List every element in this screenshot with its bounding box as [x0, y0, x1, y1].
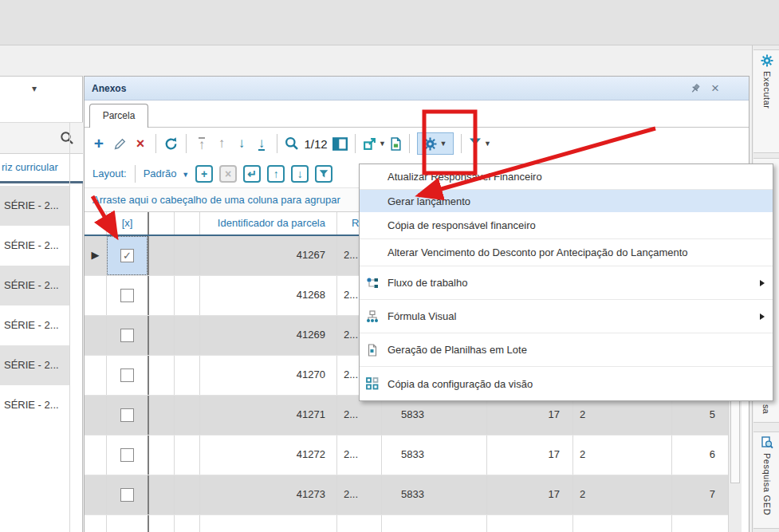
toolbar-separator [152, 134, 159, 153]
document-button[interactable] [390, 133, 402, 154]
search-icon[interactable] [285, 133, 299, 154]
layout-apply-button[interactable] [243, 165, 261, 183]
row-checkbox[interactable] [120, 329, 134, 342]
add-button[interactable] [91, 133, 107, 154]
cell-identifier: 41270 [200, 356, 337, 395]
toolbar-separator [135, 165, 136, 183]
menu-item-copia-responsavel[interactable]: Cópia de responsável financeiro [360, 212, 773, 239]
previous-record-button[interactable] [214, 133, 230, 154]
cell: 7 [672, 475, 728, 514]
caret-down-icon [484, 140, 491, 148]
cell: 2 [573, 396, 672, 435]
filter-button[interactable] [469, 133, 491, 154]
search-icon[interactable] [60, 131, 74, 145]
table-row[interactable]: 41272 2... 5833 17 2 6 [85, 435, 728, 475]
sidebar-column-header[interactable]: riz curricular [0, 154, 83, 183]
table-row[interactable]: 41271 2... 5833 17 2 5 [85, 396, 728, 435]
chevron-down-icon[interactable] [29, 83, 40, 94]
layout-preset-value: Padrão [144, 167, 177, 179]
list-item[interactable]: SÉRIE - 2... [0, 345, 70, 385]
list-item[interactable]: SÉRIE - 2... [0, 305, 70, 345]
column-header-identifier[interactable]: Identificador da parcela [200, 212, 337, 234]
menu-item-gerar-lancamento[interactable]: Gerar lançamento [360, 190, 773, 212]
delete-button[interactable] [132, 133, 148, 154]
layout-add-button[interactable] [195, 165, 213, 183]
list-item[interactable]: SÉRIE - 2... [0, 186, 70, 226]
cell: 2 [573, 435, 672, 475]
cell: 2 [573, 475, 672, 514]
pin-icon[interactable] [690, 83, 701, 94]
tab-strip: Parcela [85, 100, 749, 128]
column-header-checkbox[interactable]: [x] [107, 212, 149, 234]
menu-item-copia-configuracao-visao[interactable]: Cópia da configuração da visão [360, 367, 773, 400]
tab-executar[interactable]: Executar [753, 49, 779, 153]
column-header-empty[interactable] [175, 212, 200, 234]
list-item[interactable]: SÉRIE - 2... [0, 226, 70, 266]
close-icon[interactable] [709, 80, 722, 97]
first-record-button[interactable] [194, 133, 210, 154]
workflow-icon [366, 277, 379, 290]
row-checkbox[interactable] [120, 488, 134, 502]
cell: 5833 [382, 396, 487, 435]
layout-format-button[interactable] [315, 165, 332, 183]
toolbar-separator [406, 134, 413, 153]
layout-preset-dropdown[interactable]: Padrão [144, 167, 189, 179]
cell: 17 [487, 475, 573, 514]
tab-label-partial: sa [761, 404, 771, 414]
cell-identifier: 41272 [200, 435, 337, 475]
gear-icon [761, 54, 773, 67]
grid-toolbar: 1/12 [85, 128, 749, 160]
menu-item-label: Fluxo de trabalho [388, 277, 467, 289]
menu-item-label: Cópia da configuração da visão [388, 378, 533, 390]
row-checkbox[interactable] [120, 448, 134, 462]
list-item[interactable]: SÉRIE - 2... [0, 266, 70, 305]
cell-identifier: 41268 [200, 276, 337, 315]
sidebar-scrollbar[interactable] [69, 122, 70, 532]
cell-identifier: 41267 [200, 236, 337, 275]
cell-identifier: 41273 [200, 475, 337, 514]
cell: 2... [337, 475, 382, 514]
edit-button[interactable] [111, 133, 128, 154]
menu-item-alterar-vencimento[interactable]: Alterar Vencimento do Desconto por Antec… [360, 239, 773, 266]
layout-import-button[interactable] [291, 165, 309, 183]
next-record-button[interactable] [234, 133, 250, 154]
menu-item-label: Cópia de responsável financeiro [388, 219, 536, 231]
row-checkbox-checked[interactable] [120, 249, 134, 262]
column-chooser-button[interactable] [332, 133, 348, 154]
sidebar-search-bar[interactable] [0, 122, 83, 154]
table-row[interactable] [85, 515, 728, 532]
row-checkbox[interactable] [120, 408, 134, 422]
table-row[interactable]: 41273 2... 5833 17 2 7 [85, 475, 728, 515]
export-button[interactable] [363, 133, 386, 154]
panel-titlebar: Anexos [85, 77, 749, 100]
column-header-indicator [85, 212, 107, 234]
cell-identifier: 41271 [200, 396, 337, 435]
org-chart-icon [366, 310, 379, 323]
menu-item-label: Fórmula Visual [388, 310, 456, 322]
caret-down-icon [379, 140, 386, 148]
layout-export-button[interactable] [267, 165, 285, 183]
cell: 2... [337, 396, 382, 435]
panel-title: Anexos [92, 77, 126, 100]
top-band [0, 0, 779, 45]
layout-label: Layout: [92, 167, 127, 179]
list-item[interactable]: SÉRIE - 2... [0, 385, 70, 425]
cell: 2... [337, 435, 382, 475]
cell: 6 [672, 435, 728, 475]
column-header-empty[interactable] [149, 212, 175, 234]
layout-delete-button[interactable] [219, 165, 237, 183]
refresh-button[interactable] [163, 133, 179, 154]
menu-item-fluxo-de-trabalho[interactable]: Fluxo de trabalho [360, 266, 773, 300]
menu-item-formula-visual[interactable]: Fórmula Visual [360, 300, 773, 333]
tab-pesquisa-ged[interactable]: Pesquisa GED [753, 432, 779, 529]
caret-down-icon [182, 171, 189, 179]
last-record-button[interactable] [254, 133, 270, 154]
row-checkbox[interactable] [120, 289, 134, 302]
pager-label: 1/12 [303, 133, 329, 154]
processes-gear-button[interactable] [417, 132, 454, 155]
menu-item-atualizar-responsavel[interactable]: Atualizar Responsável Financeiro [360, 164, 773, 190]
cell: 5833 [382, 435, 487, 475]
row-checkbox[interactable] [120, 368, 134, 382]
tab-parcela[interactable]: Parcela [89, 104, 148, 128]
menu-item-geracao-planilhas[interactable]: Geração de Planilhas em Lote [360, 333, 773, 367]
